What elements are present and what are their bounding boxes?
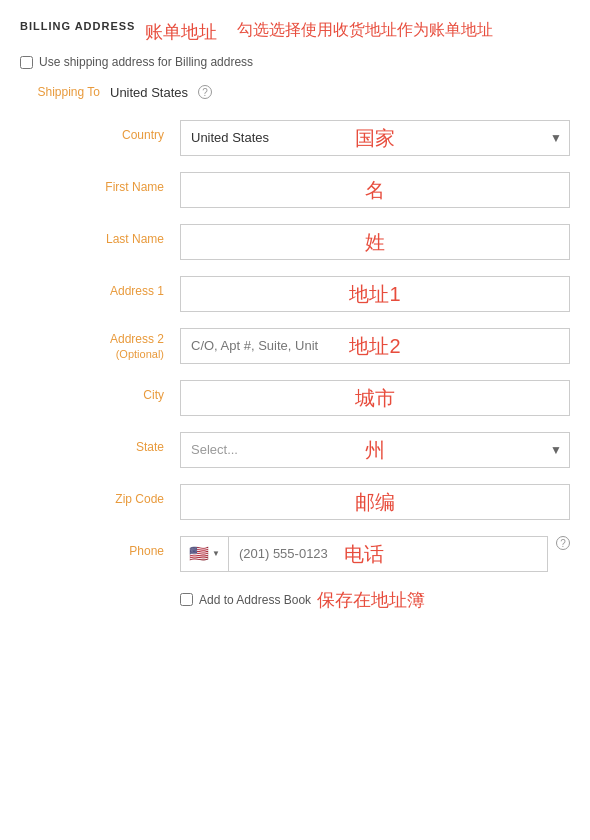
address-book-label: Add to Address Book (199, 593, 311, 607)
use-shipping-address-row: Use shipping address for Billing address (20, 54, 570, 71)
country-field-wrapper: United States ▼ 国家 (180, 120, 570, 156)
address-book-annotation: 保存在地址簿 (317, 588, 425, 612)
country-select[interactable]: United States (180, 120, 570, 156)
state-field-wrapper: Select... ▼ 州 (180, 432, 570, 468)
country-row: Country United States ▼ 国家 (20, 120, 570, 156)
phone-input[interactable] (228, 536, 548, 572)
shipping-to-label: Shipping To (20, 85, 100, 99)
city-input[interactable] (180, 380, 570, 416)
zip-field-wrapper: 邮编 (180, 484, 570, 520)
phone-flag-button[interactable]: 🇺🇸 ▼ (180, 536, 228, 572)
zip-row: Zip Code 邮编 (20, 484, 570, 520)
annotation-title: 账单地址 (145, 20, 217, 44)
first-name-row: First Name 名 (20, 172, 570, 208)
state-select[interactable]: Select... (180, 432, 570, 468)
use-shipping-address-checkbox[interactable] (20, 56, 33, 69)
address1-field-wrapper: 地址1 (180, 276, 570, 312)
last-name-row: Last Name 姓 (20, 224, 570, 260)
shipping-to-value: United States (110, 85, 188, 100)
phone-input-group: 🇺🇸 ▼ (180, 536, 548, 572)
address1-row: Address 1 地址1 (20, 276, 570, 312)
address-book-row: Add to Address Book 保存在地址簿 (20, 588, 570, 612)
city-label: City (20, 380, 180, 404)
phone-help-icon[interactable]: ? (556, 536, 570, 550)
address-book-checkbox[interactable] (180, 593, 193, 606)
address2-row: Address 2 (Optional) 地址2 (20, 328, 570, 364)
last-name-input[interactable] (180, 224, 570, 260)
flag-dropdown-arrow: ▼ (212, 549, 220, 558)
phone-field-wrapper: 🇺🇸 ▼ 电话 (180, 536, 548, 572)
first-name-field-wrapper: 名 (180, 172, 570, 208)
flag-icon: 🇺🇸 (189, 544, 209, 563)
city-field-wrapper: 城市 (180, 380, 570, 416)
shipping-to-row: Shipping To United States ? (20, 85, 570, 100)
state-label: State (20, 432, 180, 456)
city-row: City 城市 (20, 380, 570, 416)
section-title: BILLING ADDRESS (20, 20, 135, 32)
first-name-label: First Name (20, 172, 180, 196)
last-name-label: Last Name (20, 224, 180, 248)
address2-input[interactable] (180, 328, 570, 364)
state-row: State Select... ▼ 州 (20, 432, 570, 468)
address1-input[interactable] (180, 276, 570, 312)
first-name-input[interactable] (180, 172, 570, 208)
phone-label: Phone (20, 536, 180, 560)
annotation-checkbox: 勾选选择使用收货地址作为账单地址 (237, 20, 493, 39)
shipping-help-icon[interactable]: ? (198, 85, 212, 99)
billing-header: BILLING ADDRESS 账单地址 勾选选择使用收货地址作为账单地址 (20, 20, 570, 44)
zip-input[interactable] (180, 484, 570, 520)
use-shipping-address-label: Use shipping address for Billing address (39, 54, 253, 71)
zip-label: Zip Code (20, 484, 180, 508)
address2-label: Address 2 (Optional) (20, 328, 180, 362)
address1-label: Address 1 (20, 276, 180, 300)
address2-field-wrapper: 地址2 (180, 328, 570, 364)
last-name-field-wrapper: 姓 (180, 224, 570, 260)
country-label: Country (20, 120, 180, 144)
address2-optional-text: (Optional) (20, 347, 164, 361)
phone-row: Phone 🇺🇸 ▼ 电话 ? (20, 536, 570, 572)
